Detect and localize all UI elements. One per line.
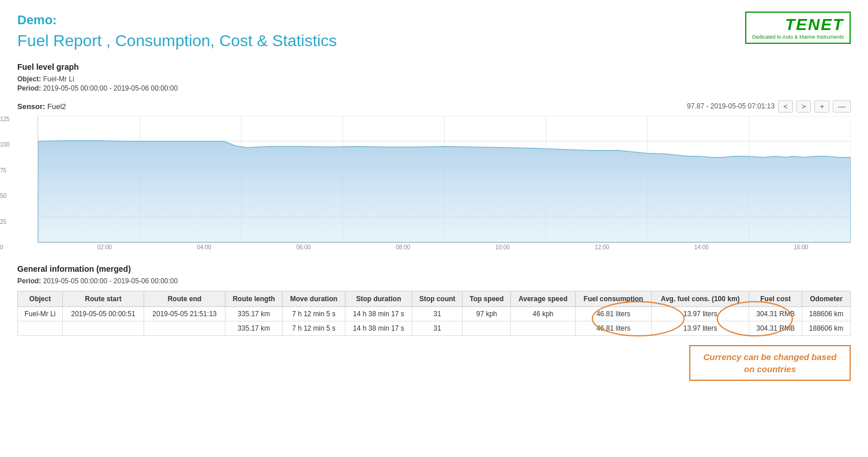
general-period: Period: 2019-05-05 00:00:00 - 2019-05-06… [17, 277, 851, 285]
cell-stop-count: 31 [412, 306, 463, 321]
general-info-table: Object Route start Route end Route lengt… [17, 291, 851, 336]
cell-fuel-cons-2: 46.81 liters [575, 321, 651, 335]
cell-top-speed: 97 kph [463, 306, 511, 321]
chart-wrapper: 0 25 50 75 100 125 [17, 116, 851, 250]
x-label-6: 12:00 [595, 244, 609, 250]
col-route-start: Route start [62, 291, 144, 306]
x-axis-labels: 02:00 04:00 06:00 08:00 10:00 12:00 14:0… [37, 243, 851, 250]
general-section-title: General information (merged) [17, 264, 851, 274]
cell-fuel-cons: 46.81 liters [575, 306, 651, 321]
x-label-2: 04:00 [197, 244, 211, 250]
col-stop-count: Stop count [412, 291, 463, 306]
x-label-4: 08:00 [396, 244, 410, 250]
currency-note-box: Currency can be changed based on countri… [689, 345, 851, 381]
logo-box: TENET Dedicated to Auto & Marine Instrum… [745, 12, 851, 44]
x-label-1: 02:00 [97, 244, 112, 250]
y-label-100: 100 [0, 141, 10, 148]
col-route-length: Route length [226, 291, 283, 306]
x-label-7: 14:00 [694, 244, 709, 250]
object-label: Object: [17, 75, 41, 83]
cell-route-start: 2019-05-05 00:00:51 [62, 306, 144, 321]
cell-object: Fuel-Mr Li [18, 306, 63, 321]
cell-odometer: 188606 km [802, 306, 851, 321]
col-avg-speed: Average speed [511, 291, 576, 306]
demo-label: Demo: [17, 12, 337, 29]
period-meta: Period: 2019-05-05 00:00:00 - 2019-05-06… [17, 84, 851, 92]
cell-route-length-2: 335.17 km [226, 321, 283, 335]
col-top-speed: Top speed [463, 291, 511, 306]
fuel-chart [37, 116, 851, 243]
chart-info-text: 97.87 - 2019-05-05 07:01:13 [687, 102, 775, 110]
cell-route-length: 335.17 km [226, 306, 283, 321]
y-label-25: 25 [0, 219, 10, 225]
page-subtitle: Fuel Report , Consumption, Cost & Statis… [17, 29, 337, 52]
table-row: 335.17 km 7 h 12 min 5 s 14 h 38 min 17 … [18, 321, 851, 335]
sensor-value: Fuel2 [47, 102, 66, 111]
cell-avg-speed-2 [511, 321, 576, 335]
cell-top-speed-2 [463, 321, 511, 335]
col-stop-duration: Stop duration [345, 291, 412, 306]
period-value: 2019-05-05 00:00:00 - 2019-05-06 00:00:0… [43, 84, 178, 92]
object-value: Fuel-Mr Li [43, 75, 74, 83]
col-fuel-cons: Fuel consumption [575, 291, 651, 306]
y-axis-labels: 0 25 50 75 100 125 [0, 116, 12, 250]
col-odometer: Odometer [802, 291, 851, 306]
chart-prev-button[interactable]: < [778, 100, 793, 113]
col-move-duration: Move duration [283, 291, 345, 306]
table-row: Fuel-Mr Li 2019-05-05 00:00:51 2019-05-0… [18, 306, 851, 321]
cell-route-end: 2019-05-05 21:51:13 [144, 306, 226, 321]
col-avg-fuel-cons: Avg. fuel cons. (100 km) [652, 291, 749, 306]
general-period-label: Period: [17, 277, 41, 285]
cell-move-duration: 7 h 12 min 5 s [283, 306, 345, 321]
fuel-graph-title: Fuel level graph [17, 62, 851, 72]
general-period-value: 2019-05-05 00:00:00 - 2019-05-06 00:00:0… [43, 277, 178, 285]
cell-object-2 [18, 321, 63, 335]
y-label-75: 75 [0, 167, 10, 174]
y-label-0: 0 [0, 244, 10, 250]
x-label-5: 10:00 [495, 244, 510, 250]
cell-avg-speed: 46 kph [511, 306, 576, 321]
y-label-125: 125 [0, 116, 10, 122]
page-header: Demo: Fuel Report , Consumption, Cost & … [17, 12, 851, 52]
chart-next-button[interactable]: > [796, 100, 811, 113]
y-label-50: 50 [0, 193, 10, 199]
cell-odometer-2: 188606 km [802, 321, 851, 335]
cell-avg-fuel-cons-2: 13.97 liters [652, 321, 749, 335]
page-title: Demo: Fuel Report , Consumption, Cost & … [17, 12, 337, 52]
currency-note-area: Currency can be changed based on countri… [17, 345, 851, 381]
logo-text: TENET [752, 16, 844, 34]
general-section: General information (merged) Period: 201… [17, 264, 851, 381]
cell-route-end-2 [144, 321, 226, 335]
sensor-info: Sensor: Fuel2 [17, 102, 66, 111]
chart-svg [38, 116, 851, 242]
cell-route-start-2 [62, 321, 144, 335]
table-header-row: Object Route start Route end Route lengt… [18, 291, 851, 306]
cell-move-duration-2: 7 h 12 min 5 s [283, 321, 345, 335]
chart-zoom-in-button[interactable]: + [814, 100, 829, 113]
cell-stop-duration: 14 h 38 min 17 s [345, 306, 412, 321]
x-label-8: 16:00 [794, 244, 808, 250]
col-fuel-cost: Fuel cost [749, 291, 802, 306]
sensor-label: Sensor: [17, 102, 45, 111]
chart-header: Sensor: Fuel2 97.87 - 2019-05-05 07:01:1… [17, 100, 851, 113]
cell-stop-count-2: 31 [412, 321, 463, 335]
currency-note-text: Currency can be changed based on countri… [704, 352, 837, 374]
col-route-end: Route end [144, 291, 226, 306]
cell-avg-fuel-cons: 13.97 liters [652, 306, 749, 321]
cell-fuel-cost: 304.31 RMB [749, 306, 802, 321]
col-object: Object [18, 291, 63, 306]
logo-area: TENET Dedicated to Auto & Marine Instrum… [745, 12, 851, 44]
cell-stop-duration-2: 14 h 38 min 17 s [345, 321, 412, 335]
chart-nav: 97.87 - 2019-05-05 07:01:13 < > + — [687, 100, 851, 113]
chart-zoom-out-button[interactable]: — [833, 100, 851, 113]
data-table-wrapper: Object Route start Route end Route lengt… [17, 291, 851, 336]
period-label: Period: [17, 84, 41, 92]
logo-sub: Dedicated to Auto & Marine Instruments [752, 34, 844, 40]
x-label-3: 06:00 [296, 244, 311, 250]
object-meta: Object: Fuel-Mr Li [17, 75, 851, 83]
cell-fuel-cost-2: 304.31 RMB [749, 321, 802, 335]
